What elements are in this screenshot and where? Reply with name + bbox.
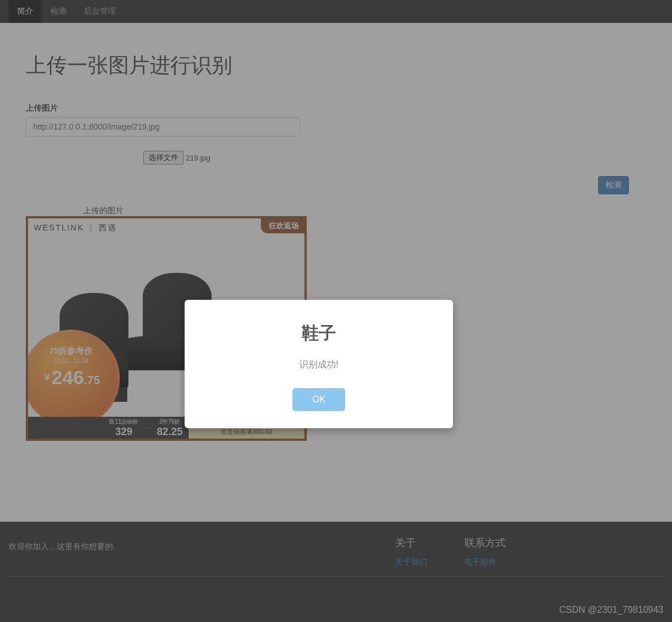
modal-message: 识别成功! bbox=[196, 359, 442, 371]
modal-title: 鞋子 bbox=[196, 322, 442, 345]
result-modal: 鞋子 识别成功! OK bbox=[185, 300, 453, 428]
modal-ok-button[interactable]: OK bbox=[292, 388, 345, 411]
